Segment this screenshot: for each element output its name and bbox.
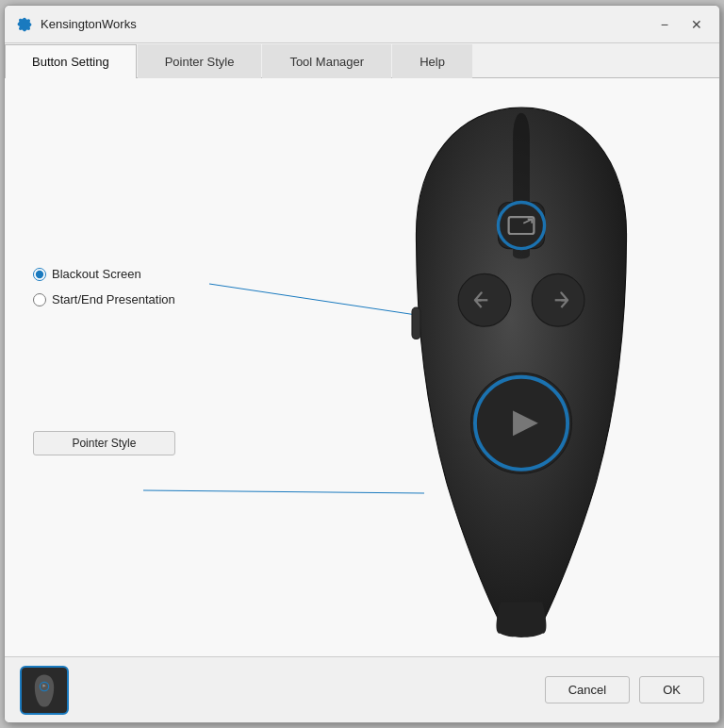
device-area bbox=[323, 78, 719, 656]
device-illustration bbox=[380, 97, 663, 644]
main-window: KensingtonWorks − ✕ Button Setting Point… bbox=[4, 5, 720, 723]
tab-help[interactable]: Help bbox=[392, 44, 472, 78]
title-bar-controls: − ✕ bbox=[655, 16, 708, 33]
app-icon bbox=[16, 16, 33, 33]
content-area: Blackout Screen Start/End Presentation P… bbox=[5, 78, 719, 656]
controls-panel: Blackout Screen Start/End Presentation P… bbox=[33, 267, 175, 455]
title-bar-left: KensingtonWorks bbox=[16, 16, 137, 33]
pointer-style-button[interactable]: Pointer Style bbox=[33, 431, 175, 455]
blackout-screen-option[interactable]: Blackout Screen bbox=[33, 267, 175, 281]
device-thumbnail[interactable] bbox=[20, 666, 69, 715]
svg-rect-14 bbox=[412, 307, 420, 339]
bottom-bar: Cancel OK bbox=[5, 656, 719, 722]
minimize-button[interactable]: − bbox=[655, 16, 674, 33]
blackout-screen-radio[interactable] bbox=[33, 268, 46, 281]
tab-button-setting[interactable]: Button Setting bbox=[5, 44, 137, 78]
tabs-bar: Button Setting Pointer Style Tool Manage… bbox=[5, 43, 719, 78]
start-end-label: Start/End Presentation bbox=[52, 292, 175, 306]
app-title: KensingtonWorks bbox=[41, 17, 137, 31]
close-button[interactable]: ✕ bbox=[685, 16, 708, 33]
blackout-screen-label: Blackout Screen bbox=[52, 267, 141, 281]
start-end-option[interactable]: Start/End Presentation bbox=[33, 292, 175, 306]
bottom-buttons: Cancel OK bbox=[545, 676, 704, 703]
title-bar: KensingtonWorks − ✕ bbox=[5, 6, 719, 43]
device-thumb-icon bbox=[29, 673, 59, 707]
ok-button[interactable]: OK bbox=[639, 676, 704, 703]
start-end-radio[interactable] bbox=[33, 293, 46, 306]
tab-pointer-style[interactable]: Pointer Style bbox=[138, 44, 262, 78]
tab-tool-manager[interactable]: Tool Manager bbox=[262, 44, 391, 78]
cancel-button[interactable]: Cancel bbox=[545, 676, 630, 703]
